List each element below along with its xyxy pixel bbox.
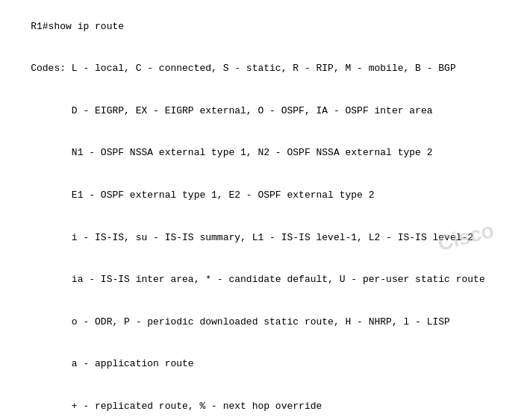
codes-header: Codes: L - local, C - connected, S - sta…	[31, 63, 456, 74]
codes-line-5: o - ODR, P - periodic downloaded static …	[31, 316, 450, 327]
codes-line-4: ia - IS-IS inter area, * - candidate def…	[31, 274, 485, 285]
codes-line-2: E1 - OSPF external type 1, E2 - OSPF ext…	[31, 189, 374, 201]
codes-line-1: N1 - OSPF NSSA external type 1, N2 - OSP…	[31, 147, 432, 158]
terminal-content: R1#show ip route Codes: L - local, C - c…	[7, 6, 517, 420]
codes-line-6: a - application route	[31, 358, 193, 369]
codes-line-3: i - IS-IS, su - IS-IS summary, L1 - IS-I…	[31, 232, 473, 243]
codes-line-0: D - EIGRP, EX - EIGRP external, O - OSPF…	[31, 105, 432, 116]
codes-line-7: + - replicated route, % - next hop overr…	[31, 401, 322, 412]
prompt-line: R1#show ip route	[31, 21, 124, 32]
terminal-window: R1#show ip route Codes: L - local, C - c…	[7, 6, 517, 420]
